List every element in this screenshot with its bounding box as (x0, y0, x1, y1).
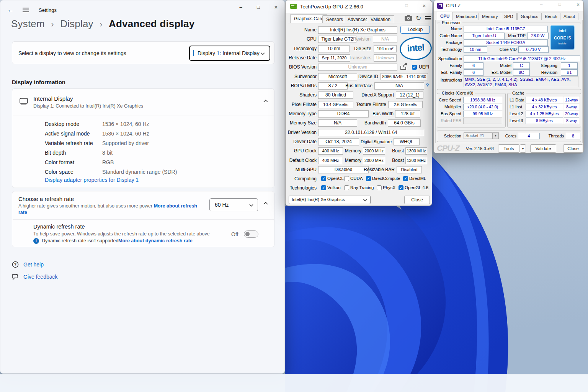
close-button[interactable]: × (271, 3, 281, 12)
get-help-icon: ? (12, 261, 19, 268)
cpuz-footer-logo: CPU-Z (437, 144, 459, 153)
more-about-dynamic-refresh-link[interactable]: More about dynamic refresh rate (118, 238, 193, 243)
tab-bench[interactable]: Bench (541, 13, 561, 20)
refresh-rate-subtitle-text: A higher rate gives smoother motion, but… (18, 203, 152, 209)
tab-about[interactable]: About (560, 13, 578, 20)
dynamic-refresh-toggle[interactable] (244, 230, 258, 238)
help-icon[interactable]: ? (426, 82, 429, 88)
tools-button[interactable]: Tools (498, 144, 519, 153)
tab-validation[interactable]: Validation (367, 15, 394, 23)
directml-checkbox[interactable]: ✓ (403, 176, 408, 181)
cpuz-titlebar: CPU-Z – □ × (434, 0, 583, 11)
display-adapter-properties-link[interactable]: Display adapter properties for Display 1 (45, 177, 139, 183)
validate-button[interactable]: Validate (530, 144, 556, 153)
gpu-clock-boost-field: 1300 MHz (405, 147, 427, 155)
physx-checkbox[interactable] (377, 185, 382, 190)
back-button[interactable]: ← (7, 7, 14, 13)
cpu-technology-field: 10 nm (464, 46, 487, 53)
die-size-field: 194 mm² (374, 45, 397, 52)
field-label: Release Date (286, 54, 317, 62)
l2-way-field: 20-way (564, 111, 579, 117)
breadcrumb-system[interactable]: System (11, 18, 45, 29)
field-label: Technology (434, 46, 462, 52)
section-heading: Display information (12, 79, 65, 85)
breadcrumb-separator: › (95, 20, 107, 29)
directcompute-checkbox[interactable]: ✓ (366, 176, 371, 181)
cuda-checkbox[interactable] (344, 176, 349, 181)
get-help-link[interactable]: Get help (23, 261, 44, 268)
opencl-checkbox[interactable]: ✓ (321, 176, 326, 181)
uefi-checkbox[interactable]: ✓ (412, 65, 417, 70)
refresh-rate-dropdown[interactable]: 60 Hz (209, 198, 258, 211)
menu-icon[interactable] (425, 16, 431, 20)
l1-inst-way-field: 8-way (564, 104, 579, 110)
tab-graphics[interactable]: Graphics (517, 13, 542, 20)
group-label: Clocks (Core #0) (440, 91, 475, 95)
display-information-card: Internal Display Display 1: Connected to… (12, 88, 274, 188)
close-button[interactable]: × (420, 2, 429, 9)
tab-spd[interactable]: SPD (501, 13, 517, 20)
tools-dropdown-button[interactable]: ▾ (520, 144, 526, 153)
field-label: Driver Date (286, 138, 317, 145)
field-label: Rated FSB (438, 118, 461, 124)
ray-tracing-checkbox[interactable] (344, 185, 349, 190)
max-tdp-field: 28.0 W (527, 33, 549, 39)
gpu-device-select[interactable]: Intel(R) Iris(R) Xe Graphics (289, 196, 371, 204)
chevron-up-icon[interactable] (263, 202, 268, 205)
specification-field: 11th Gen Intel® Core™ i5-1135G7 @ 2.40GH… (464, 56, 580, 62)
checkbox-label: CUDA (350, 176, 363, 181)
maximize-button[interactable]: □ (253, 3, 263, 12)
vulkan-checkbox[interactable]: ✓ (321, 185, 326, 190)
l1-inst-field: 4 x 32 KBytes (526, 104, 563, 110)
intel-core-i5-badge: intel CORE i5 inside (550, 25, 575, 50)
close-button[interactable]: × (574, 2, 582, 8)
minimize-button[interactable]: – (386, 3, 395, 8)
chevron-up-icon[interactable] (263, 100, 268, 103)
tab-mainboard[interactable]: Mainboard (452, 13, 480, 20)
gpuz-close-button[interactable]: Close (404, 196, 430, 204)
core-vid-field: 0.710 V (518, 46, 549, 53)
nav-menu-icon[interactable] (23, 8, 29, 12)
field-label: Stepping (531, 62, 557, 69)
display-select-dropdown[interactable]: Display 1: Internal Display (189, 46, 270, 61)
minimize-button[interactable]: – (236, 3, 246, 12)
field-label: Computing (286, 175, 317, 183)
revision-field: N/A (373, 36, 397, 43)
refresh-icon[interactable]: ↻ (416, 14, 421, 22)
screenshot-camera-icon[interactable] (404, 15, 413, 21)
tab-memory[interactable]: Memory (479, 13, 501, 20)
field-label: Bus Interface (341, 82, 372, 90)
tab-graphics-card[interactable]: Graphics Card (290, 14, 327, 23)
checkbox-label: OpenGL 4.6 (405, 185, 428, 191)
select-display-label: Select a display to view or change its s… (18, 50, 126, 56)
pixel-fillrate-field: 10.4 GPixel/s (318, 101, 353, 108)
share-icon[interactable] (400, 63, 408, 70)
transistors-field: Unknown (374, 54, 397, 62)
info-label: Active signal mode (45, 131, 90, 137)
tab-cpu[interactable]: CPU (437, 12, 453, 20)
memory-type-field: DDR4 (318, 110, 369, 118)
package-field: Socket 1449 FCBGA (464, 39, 548, 46)
taskbar: 1 Upcoming Earnings Search (0, 374, 588, 392)
cpuz-close-button[interactable]: Close (563, 144, 583, 153)
monitor-icon (19, 98, 28, 106)
give-feedback-link[interactable]: Give feedback (23, 274, 58, 280)
minimize-button[interactable]: – (537, 2, 546, 7)
field-label: Transistors (343, 54, 371, 62)
gpu-clock-memory-field: 2000 MHz (363, 147, 385, 155)
resizable-bar-field: Disabled (397, 166, 422, 173)
socket-select[interactable]: Socket #1 ▾ (464, 132, 499, 139)
lookup-button[interactable]: Lookup (400, 26, 430, 34)
opengl-checkbox[interactable]: ✓ (399, 185, 403, 190)
gpu-name-field: Intel(R) Iris(R) Xe Graphics (318, 26, 397, 34)
field-label: Specification (434, 56, 462, 62)
gpu-device-select-value: Intel(R) Iris(R) Xe Graphics (292, 197, 345, 202)
field-label: Memory (343, 147, 361, 155)
breadcrumb-display[interactable]: Display (60, 18, 93, 29)
cpuz-title: CPU-Z (446, 3, 461, 8)
l1-data-way-field: 12-way (564, 97, 579, 103)
l1-data-field: 4 x 48 KBytes (526, 97, 563, 103)
chevron-down-icon (261, 52, 265, 55)
tab-sensors[interactable]: Sensors (322, 15, 347, 23)
settings-window: ← Settings – □ × System › Display › Adva… (0, 0, 285, 374)
